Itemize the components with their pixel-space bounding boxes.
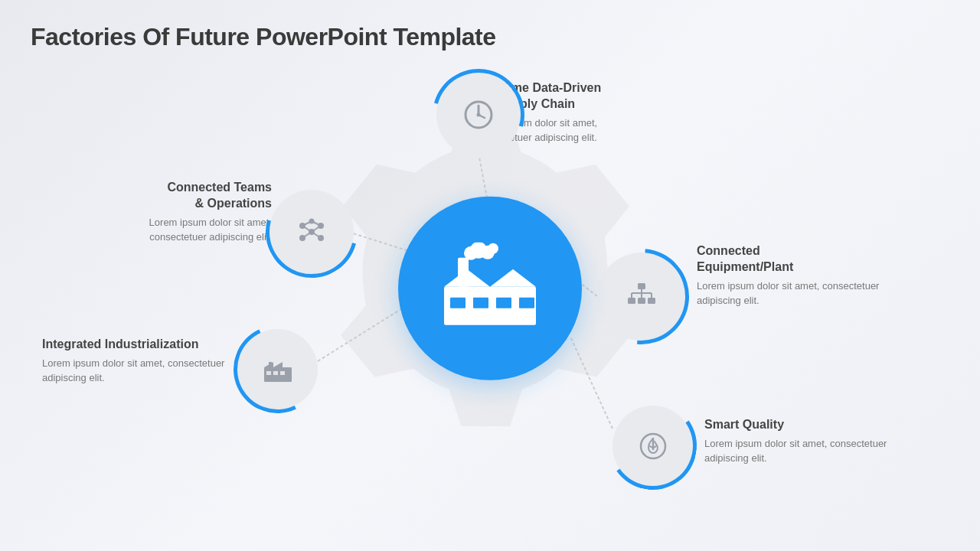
svg-rect-13	[450, 298, 466, 308]
svg-rect-14	[473, 298, 488, 308]
label-connected-teams-title: Connected Teams & Operations	[119, 180, 272, 212]
label-connected-teams: Connected Teams & Operations Lorem ipsum…	[119, 180, 272, 245]
factory-icon	[436, 243, 544, 334]
svg-point-48	[641, 434, 665, 458]
svg-line-1	[348, 232, 413, 253]
svg-point-21	[309, 229, 315, 235]
satellite-connected-equipment	[597, 253, 685, 341]
svg-point-26	[309, 219, 315, 224]
svg-line-27	[302, 226, 312, 232]
svg-marker-34	[264, 362, 273, 367]
svg-line-30	[312, 232, 321, 238]
svg-rect-38	[273, 371, 278, 375]
svg-line-29	[302, 232, 312, 238]
svg-point-20	[477, 113, 481, 117]
svg-rect-42	[638, 298, 645, 304]
svg-point-9	[488, 243, 498, 254]
svg-line-2	[318, 306, 406, 361]
label-smart-quality-body: Lorem ipsum dolor sit amet, consectetuer…	[704, 436, 888, 466]
svg-marker-11	[444, 269, 490, 287]
label-connected-equipment-body: Lorem ipsum dolor sit amet, consectetuer…	[697, 279, 880, 308]
satellite-smart-quality	[612, 406, 693, 486]
svg-rect-16	[519, 298, 534, 308]
svg-rect-37	[266, 371, 271, 375]
svg-point-24	[299, 235, 305, 241]
svg-line-31	[302, 221, 312, 226]
center-factory-circle	[398, 197, 582, 380]
label-connected-equipment: Connected Equipment/Plant Lorem ipsum do…	[697, 243, 880, 308]
label-integrated-title: Integrated Industrialization	[42, 337, 234, 353]
slide: Factories Of Future PowerPoint Template	[0, 0, 980, 551]
svg-rect-39	[280, 371, 285, 375]
svg-line-32	[312, 221, 321, 226]
svg-marker-12	[490, 269, 536, 287]
satellite-real-time	[436, 73, 521, 157]
svg-rect-36	[269, 362, 272, 367]
svg-marker-35	[273, 362, 283, 367]
label-integrated: Integrated Industrialization Lorem ipsum…	[42, 337, 234, 386]
svg-rect-15	[496, 298, 511, 308]
label-connected-equipment-title: Connected Equipment/Plant	[697, 243, 880, 276]
svg-point-22	[299, 223, 305, 229]
label-smart-quality: Smart Quality Lorem ipsum dolor sit amet…	[704, 417, 888, 466]
svg-line-19	[479, 115, 485, 118]
label-integrated-body: Lorem ipsum dolor sit amet, consectetuer…	[42, 356, 234, 386]
svg-line-4	[570, 337, 612, 429]
slide-title: Factories Of Future PowerPoint Template	[31, 23, 496, 51]
svg-rect-41	[628, 298, 635, 304]
label-connected-teams-body: Lorem ipsum dolor sit amet, consectetuer…	[119, 215, 272, 245]
svg-rect-40	[638, 283, 645, 289]
svg-rect-43	[648, 298, 655, 304]
satellite-connected-teams	[270, 190, 354, 274]
svg-point-17	[466, 102, 492, 128]
svg-point-25	[318, 235, 324, 241]
satellite-integrated	[237, 329, 318, 409]
svg-line-28	[312, 226, 321, 232]
svg-rect-33	[264, 367, 292, 382]
svg-point-23	[318, 223, 324, 229]
label-smart-quality-title: Smart Quality	[704, 417, 888, 433]
